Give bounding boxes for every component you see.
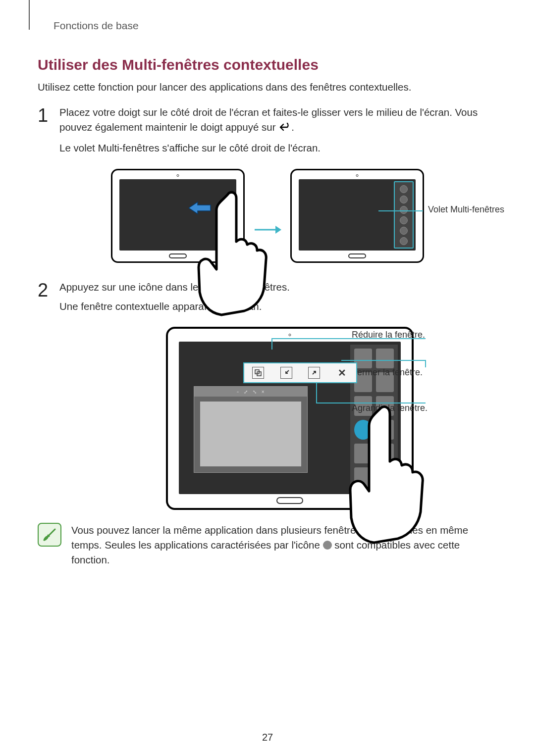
step-1-text-line-2: Le volet Multi-fenêtres s'affiche sur le… — [59, 141, 490, 156]
background-window: ▫ ⤢ ⤡ × — [194, 386, 308, 473]
step-1-text-a: Placez votre doigt sur le côté droit de … — [59, 106, 478, 133]
bg-window-icon: ▫ — [237, 389, 239, 395]
reduce-window-icon — [280, 367, 292, 379]
popup-window-bar: ✕ — [243, 362, 357, 383]
step-number-1: 1 — [38, 105, 59, 160]
figure-1: Volet Multi-fenêtres — [45, 169, 490, 265]
note-icon — [38, 523, 61, 547]
bg-enlarge-icon: ⤡ — [253, 389, 257, 395]
tablet-before — [111, 169, 245, 263]
intro-paragraph: Utilisez cette fonction pour lancer des … — [38, 80, 490, 94]
breadcrumb: Fonctions de base — [54, 20, 490, 32]
step-number-2: 2 — [38, 280, 59, 318]
enlarge-window-icon — [308, 367, 320, 379]
step-1: 1 Placez votre doigt sur le côté droit d… — [38, 105, 490, 160]
hand-tap-icon — [336, 403, 435, 552]
back-icon — [278, 121, 291, 137]
page-number: 27 — [0, 732, 535, 743]
step-1-text-line-1: Placez votre doigt sur le côté droit de … — [59, 105, 490, 137]
callout-close: Fermer la fenêtre. — [352, 367, 423, 378]
bg-close-icon: × — [262, 389, 265, 395]
callout-reduce: Réduire la fenêtre. — [352, 330, 425, 340]
step-1-text-b: . — [291, 121, 294, 133]
hand-swipe-icon — [182, 190, 281, 319]
multi-window-panel — [394, 181, 414, 249]
window-move-icon — [252, 367, 264, 379]
page-title: Utiliser des Multi-fenêtres contextuelle… — [38, 56, 490, 73]
tablet-after — [290, 169, 424, 263]
bg-reduce-icon: ⤢ — [244, 389, 248, 395]
compatible-app-dot-icon — [323, 541, 332, 550]
callout-multi-window-panel: Volet Multi-fenêtres — [428, 204, 535, 215]
figure-2: ▫ ⤢ ⤡ × ✕ — [89, 327, 490, 510]
tablet-popup: ▫ ⤢ ⤡ × ✕ — [166, 327, 414, 510]
close-window-icon: ✕ — [336, 367, 348, 379]
